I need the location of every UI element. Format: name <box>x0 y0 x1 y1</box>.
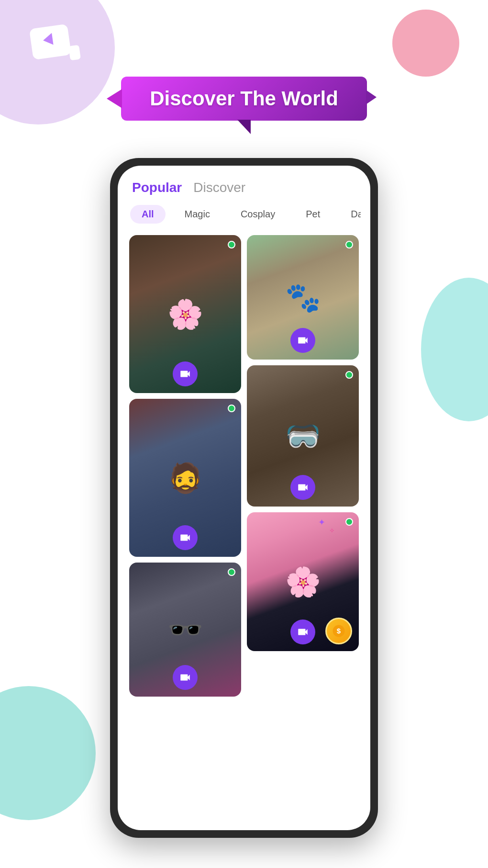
sparkle-decoration-2: ✧ <box>329 527 335 534</box>
grid-item-1[interactable]: 🌸 <box>129 235 241 393</box>
banner-tail-right <box>366 90 377 104</box>
video-call-button-6[interactable] <box>173 665 198 690</box>
svg-text:$: $ <box>337 627 341 635</box>
filter-pet[interactable]: Pet <box>294 205 332 224</box>
filter-dance[interactable]: Dance <box>339 205 361 224</box>
phone-outer: Popular Discover All Magic Cosplay Pe <box>110 158 378 838</box>
app-logo-icon <box>24 14 86 77</box>
online-indicator-3 <box>345 371 353 379</box>
tab-bar: Popular Discover <box>127 180 361 195</box>
video-call-button-1[interactable] <box>173 361 198 386</box>
filter-cosplay[interactable]: Cosplay <box>229 205 287 224</box>
online-indicator-2 <box>345 241 353 248</box>
phone-mockup: Popular Discover All Magic Cosplay Pe <box>110 158 378 838</box>
online-indicator-1 <box>228 241 235 248</box>
banner-title: Discover The World <box>150 87 338 110</box>
online-indicator-4 <box>228 405 235 412</box>
sparkle-decoration-1: ✦ <box>318 517 325 528</box>
phone-content: Popular Discover All Magic Cosplay Pe <box>118 166 370 830</box>
svg-rect-2 <box>68 45 81 61</box>
bg-circle-teal-left <box>0 686 96 820</box>
grid-item-4[interactable]: 🧔 <box>129 399 241 557</box>
grid-item-3[interactable]: 🥽 <box>247 365 359 507</box>
video-call-button-5[interactable] <box>290 620 315 644</box>
online-indicator-5 <box>345 518 353 526</box>
grid-item-2[interactable]: 🐾 <box>247 235 359 360</box>
video-call-button-3[interactable] <box>290 475 315 500</box>
filter-magic[interactable]: Magic <box>173 205 222 224</box>
banner: Discover The World <box>121 77 367 121</box>
phone-inner: Popular Discover All Magic Cosplay Pe <box>118 166 370 830</box>
coin-badge[interactable]: $ <box>325 618 352 644</box>
banner-tail-left <box>107 89 122 108</box>
video-call-button-2[interactable] <box>290 328 315 353</box>
filter-bar: All Magic Cosplay Pet Dance <box>127 205 361 224</box>
banner-wrapper: Discover The World <box>77 77 411 121</box>
tab-popular[interactable]: Popular <box>132 180 182 195</box>
bg-circle-teal-right <box>421 278 488 421</box>
online-indicator-6 <box>228 568 235 576</box>
video-call-button-4[interactable] <box>173 525 198 550</box>
grid-item-6[interactable]: 🕶️ <box>129 563 241 697</box>
grid-item-5[interactable]: 🌸 ✦ ✧ $ <box>247 512 359 651</box>
tab-discover[interactable]: Discover <box>193 180 245 195</box>
bg-circle-pink <box>392 10 459 77</box>
filter-all[interactable]: All <box>130 205 166 224</box>
content-grid: 🌸 🧔 <box>127 235 361 697</box>
